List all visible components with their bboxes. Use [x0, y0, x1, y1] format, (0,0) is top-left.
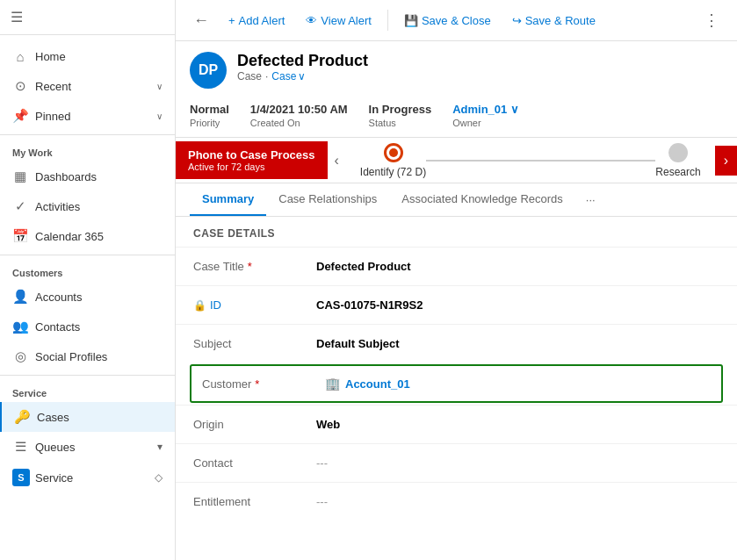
case-category-link[interactable]: Case ∨	[271, 70, 306, 83]
sidebar-nav: ⌂ Home ⊙ Recent ∨ 📌 Pinned ∨ My Work ▦ D…	[0, 35, 175, 560]
diamond-icon: ◇	[155, 471, 163, 484]
process-title: Phone to Case Process	[188, 148, 315, 162]
created-value: 1/4/2021 10:50 AM	[250, 103, 348, 116]
queues-icon: ☰	[12, 439, 28, 455]
process-steps: Identify (72 D) Research	[346, 143, 715, 178]
view-alert-button[interactable]: 👁 View Alert	[297, 10, 380, 32]
sidebar-item-label: Service	[35, 471, 73, 485]
origin-label: Origin	[193, 418, 316, 431]
step-circle-active	[384, 143, 403, 162]
sidebar-item-calendar365[interactable]: 📅 Calendar 365	[0, 221, 175, 251]
chevron-down-icon: ∨	[298, 70, 306, 83]
status-meta: In Progress Status	[369, 103, 432, 128]
tab-summary[interactable]: Summary	[190, 183, 266, 216]
tab-case-relationships[interactable]: Case Relationships	[266, 183, 389, 216]
contacts-icon: 👥	[12, 319, 28, 334]
main-content: ← + Add Alert 👁 View Alert 💾 Save & Clos…	[176, 0, 737, 560]
chevron-down-icon: ∨	[156, 82, 163, 91]
form-area: CASE DETAILS Case Title * Defected Produ…	[176, 217, 737, 560]
sidebar-item-recent[interactable]: ⊙ Recent ∨	[0, 71, 175, 101]
sidebar-item-home[interactable]: ⌂ Home	[0, 42, 175, 71]
save-route-label: Save & Route	[525, 14, 596, 27]
sidebar-item-cases[interactable]: 🔑 Cases	[0, 402, 175, 432]
account-icon: 👤	[12, 289, 28, 305]
form-row-entitlement: Entitlement ---	[176, 482, 737, 521]
save-close-button[interactable]: 💾 Save & Close	[395, 10, 500, 32]
sidebar-item-dashboards[interactable]: ▦ Dashboards	[0, 162, 175, 191]
sidebar-item-label: Pinned	[35, 110, 70, 123]
cases-icon: 🔑	[14, 409, 30, 425]
form-section-title: CASE DETAILS	[176, 217, 737, 247]
owner-value[interactable]: Admin_01 ∨	[452, 103, 519, 116]
sidebar-item-activities[interactable]: ✓ Activities	[0, 191, 175, 221]
sidebar-item-service[interactable]: S Service ◇	[0, 462, 175, 493]
subject-label: Subject	[193, 337, 316, 350]
toolbar: ← + Add Alert 👁 View Alert 💾 Save & Clos…	[176, 0, 737, 41]
form-row-case-title: Case Title * Defected Product	[176, 247, 737, 285]
sidebar-item-label: Recent	[35, 80, 71, 93]
sidebar-item-pinned[interactable]: 📌 Pinned ∨	[0, 101, 175, 131]
recent-icon: ⊙	[12, 78, 28, 94]
created-label: Created On	[250, 118, 348, 128]
process-step-research: Research	[655, 143, 700, 178]
social-icon: ◎	[12, 348, 28, 364]
add-alert-button[interactable]: + Add Alert	[220, 10, 293, 32]
hamburger-icon[interactable]: ☰	[11, 9, 23, 25]
contact-value: ---	[316, 456, 719, 470]
case-subtitle: Case · Case ∨	[237, 70, 723, 83]
form-row-origin: Origin Web	[176, 405, 737, 443]
save-close-label: Save & Close	[422, 14, 491, 27]
calendar-icon: 📅	[12, 228, 28, 244]
contact-label: Contact	[193, 456, 316, 470]
sidebar-item-accounts[interactable]: 👤 Accounts	[0, 282, 175, 312]
sidebar: ☰ ⌂ Home ⊙ Recent ∨ 📌 Pinned ∨ My Work ▦…	[0, 0, 176, 560]
sidebar-section-service: Service	[0, 381, 175, 402]
sidebar-item-social[interactable]: ◎ Social Profiles	[0, 341, 175, 371]
plus-icon: +	[228, 14, 235, 27]
owner-meta: Admin_01 ∨ Owner	[452, 103, 519, 128]
id-label: 🔒 ID	[193, 298, 316, 312]
sidebar-item-label: Contacts	[35, 320, 80, 334]
tab-knowledge[interactable]: Associated Knowledge Records	[389, 183, 575, 216]
origin-value: Web	[316, 418, 719, 431]
toolbar-separator	[387, 10, 388, 31]
more-options-icon[interactable]: ⋮	[697, 7, 726, 33]
form-row-subject: Subject Default Subject	[176, 324, 737, 363]
sidebar-section-customers: Customers	[0, 261, 175, 282]
process-forward-button[interactable]: ›	[715, 146, 737, 176]
service-icon: S	[12, 469, 28, 486]
customer-value[interactable]: 🏢 Account_01	[325, 377, 711, 391]
case-title-value: Defected Product	[316, 260, 719, 273]
form-row-id: 🔒 ID CAS-01075-N1R9S2	[176, 285, 737, 324]
form-row-customer: Customer * 🏢 Account_01	[190, 364, 723, 403]
id-value: CAS-01075-N1R9S2	[316, 298, 719, 312]
customer-label: Customer *	[202, 377, 325, 391]
step-label-identify: Identify (72 D)	[360, 166, 426, 178]
dashboard-icon: ▦	[12, 169, 28, 184]
entitlement-value: ---	[316, 495, 719, 508]
lock-icon: 🔒	[193, 299, 206, 312]
more-tabs-icon[interactable]: ···	[579, 184, 603, 215]
form-row-contact: Contact ---	[176, 443, 737, 482]
process-bar: Phone to Case Process Active for 72 days…	[176, 138, 737, 183]
entitlement-label: Entitlement	[193, 495, 316, 508]
status-label: Status	[369, 118, 432, 128]
chevron-down-icon: ∨	[510, 103, 519, 116]
save-close-icon: 💾	[404, 14, 418, 27]
chevron-down-icon: ∨	[156, 111, 163, 121]
home-icon: ⌂	[12, 49, 28, 64]
sidebar-header: ☰	[0, 0, 175, 35]
process-label: Phone to Case Process Active for 72 days	[176, 141, 328, 179]
eye-icon: 👁	[306, 14, 317, 27]
divider	[0, 375, 175, 376]
sidebar-item-queues[interactable]: ☰ Queues ▾	[0, 432, 175, 462]
pin-icon: 📌	[12, 108, 28, 124]
process-sublabel: Active for 72 days	[188, 162, 315, 172]
step-circle-inactive	[668, 143, 688, 162]
sidebar-item-label: Calendar 365	[35, 230, 104, 243]
route-icon: ↪	[512, 14, 522, 27]
process-back-button[interactable]: ‹	[328, 146, 346, 176]
sidebar-item-contacts[interactable]: 👥 Contacts	[0, 312, 175, 341]
save-route-button[interactable]: ↪ Save & Route	[503, 10, 604, 32]
back-button[interactable]: ←	[186, 8, 216, 33]
